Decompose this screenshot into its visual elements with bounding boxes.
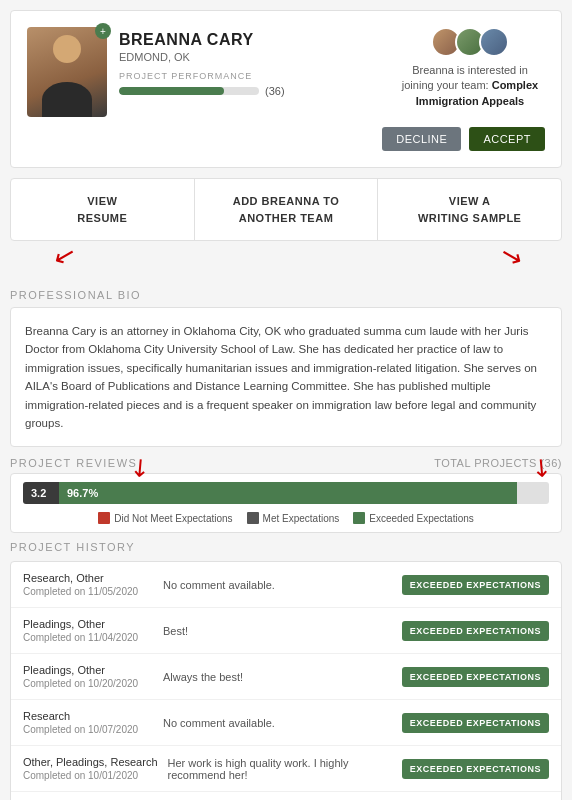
history-comment: No comment available.: [163, 579, 392, 591]
avatar-container: +: [27, 27, 107, 117]
action-bar: VIEWRESUME ADD BREANNA TOANOTHER TEAM VI…: [10, 178, 562, 241]
legend-label-dnme: Did Not Meet Expectations: [114, 513, 232, 524]
history-title: PROJECT HISTORY: [10, 541, 562, 553]
history-left: Research Completed on 10/07/2020: [23, 710, 153, 735]
score-fill: 96.7%: [59, 482, 517, 504]
view-writing-button[interactable]: VIEW AWRITING SAMPLE: [378, 179, 561, 240]
legend-ee: Exceeded Expectations: [353, 512, 474, 524]
history-row: Pleadings, Other Completed on 11/04/2020…: [11, 608, 561, 654]
exceeded-badge: EXCEEDED EXPECTATIONS: [402, 575, 549, 595]
history-left: Other, Pleadings, Research Completed on …: [23, 756, 158, 781]
score-bar-row: 3.2 96.7%: [23, 482, 549, 504]
history-date: Completed on 10/20/2020: [23, 678, 153, 689]
decline-button[interactable]: DECLINE: [382, 127, 461, 151]
accept-button[interactable]: ACCEPT: [469, 127, 545, 151]
history-type: Other, Pleadings, Research: [23, 756, 158, 768]
progress-count: (36): [265, 85, 285, 97]
profile-location: EDMOND, OK: [119, 51, 285, 63]
legend-me: Met Expectations: [247, 512, 340, 524]
history-comment: Always the best!: [163, 671, 392, 683]
history-type: Research, Other: [23, 572, 153, 584]
legend-box-red: [98, 512, 110, 524]
exceeded-badge: EXCEEDED EXPECTATIONS: [402, 713, 549, 733]
action-buttons: DECLINE ACCEPT: [27, 127, 545, 151]
progress-bar-container: (36): [119, 85, 285, 97]
history-date: Completed on 11/05/2020: [23, 586, 153, 597]
history-left: Pleadings, Other Completed on 11/04/2020: [23, 618, 153, 643]
history-comment: Her work is high quality work. I highly …: [168, 757, 392, 781]
action-bar-wrapper: VIEWRESUME ADD BREANNA TOANOTHER TEAM VI…: [10, 178, 562, 241]
performance-label: PROJECT PERFORMANCE: [119, 71, 285, 81]
exceeded-badge: EXCEEDED EXPECTATIONS: [402, 759, 549, 779]
bio-section-title: PROFESSIONAL BIO: [10, 289, 562, 301]
history-row: Pleadings, Other Completed on 09/18/2020…: [11, 792, 561, 800]
history-comment: No comment available.: [163, 717, 392, 729]
team-avatar-3: [479, 27, 509, 57]
legend-box-green: [353, 512, 365, 524]
history-row: Research, Other Completed on 11/05/2020 …: [11, 562, 561, 608]
reviews-header: PROJECT REVIEWS TOTAL PROJECTS (36): [10, 457, 562, 469]
history-date: Completed on 11/04/2020: [23, 632, 153, 643]
add-to-team-button[interactable]: ADD BREANNA TOANOTHER TEAM: [195, 179, 379, 240]
progress-fill: [119, 87, 224, 95]
history-type: Pleadings, Other: [23, 664, 153, 676]
history-date: Completed on 10/07/2020: [23, 724, 153, 735]
history-type: Pleadings, Other: [23, 618, 153, 630]
history-date: Completed on 10/01/2020: [23, 770, 158, 781]
team-invite-text: Breanna is interested in joining your te…: [395, 63, 545, 109]
history-card: Research, Other Completed on 11/05/2020 …: [10, 561, 562, 800]
history-comment: Best!: [163, 625, 392, 637]
progress-bar: [119, 87, 259, 95]
score-remainder: [517, 482, 549, 504]
bio-card: Breanna Cary is an attorney in Oklahoma …: [10, 307, 562, 447]
history-left: Research, Other Completed on 11/05/2020: [23, 572, 153, 597]
history-type: Research: [23, 710, 153, 722]
profile-name: BREANNA CARY: [119, 31, 285, 49]
exceeded-badge: EXCEEDED EXPECTATIONS: [402, 621, 549, 641]
team-invite: Breanna is interested in joining your te…: [395, 27, 545, 109]
invite-name: Breanna: [412, 64, 454, 76]
profile-card: + BREANNA CARY EDMOND, OK PROJECT PERFOR…: [10, 10, 562, 168]
history-row: Research Completed on 10/07/2020 No comm…: [11, 700, 561, 746]
legend-dnme: Did Not Meet Expectations: [98, 512, 232, 524]
history-row: Other, Pleadings, Research Completed on …: [11, 746, 561, 792]
reviews-header-wrapper: PROJECT REVIEWS TOTAL PROJECTS (36) ↙ ↘: [10, 457, 562, 469]
avatar-badge: +: [95, 23, 111, 39]
legend-box-gray: [247, 512, 259, 524]
legend-label-me: Met Expectations: [263, 513, 340, 524]
legend-label-ee: Exceeded Expectations: [369, 513, 474, 524]
header-left: + BREANNA CARY EDMOND, OK PROJECT PERFOR…: [27, 27, 285, 117]
header-section: + BREANNA CARY EDMOND, OK PROJECT PERFOR…: [27, 27, 545, 117]
profile-info: BREANNA CARY EDMOND, OK PROJECT PERFORMA…: [119, 27, 285, 97]
view-resume-button[interactable]: VIEWRESUME: [11, 179, 195, 240]
history-left: Pleadings, Other Completed on 10/20/2020: [23, 664, 153, 689]
history-row: Pleadings, Other Completed on 10/20/2020…: [11, 654, 561, 700]
score-section: 3.2 96.7% Did Not Meet Expectations Met …: [10, 473, 562, 533]
reviews-title: PROJECT REVIEWS: [10, 457, 137, 469]
avatar: [27, 27, 107, 117]
team-avatars: [395, 27, 545, 57]
score-low-label: 3.2: [23, 482, 59, 504]
exceeded-badge: EXCEEDED EXPECTATIONS: [402, 667, 549, 687]
spacer-1: [0, 241, 572, 277]
legend: Did Not Meet Expectations Met Expectatio…: [23, 512, 549, 524]
